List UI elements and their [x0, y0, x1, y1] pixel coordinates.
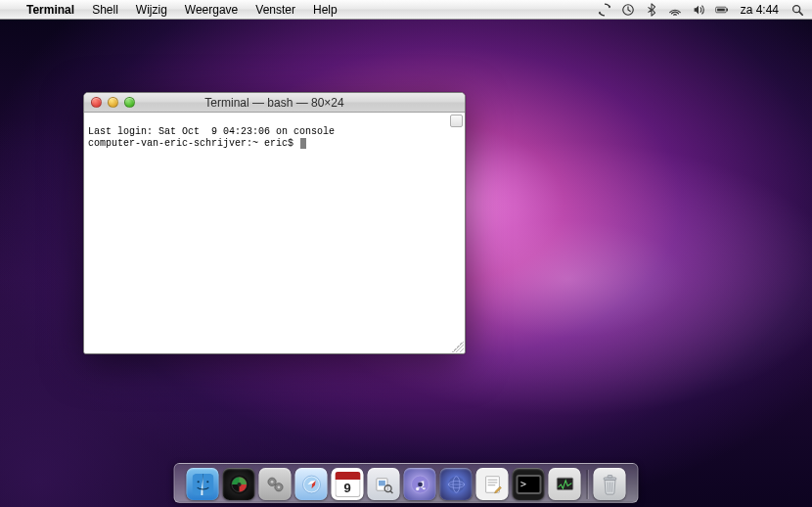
dock: 9 [174, 463, 639, 503]
volume-icon[interactable] [692, 3, 705, 17]
window-minimize-button[interactable] [108, 97, 118, 108]
svg-line-21 [389, 490, 392, 493]
dock-item-network-utility[interactable] [440, 468, 473, 500]
dock-item-textedit[interactable] [476, 468, 509, 500]
app-menu[interactable]: Terminal [18, 3, 83, 17]
airport-icon[interactable] [668, 3, 682, 17]
menubar-clock[interactable]: za 4:44 [739, 3, 781, 17]
dock-item-itunes[interactable] [404, 468, 436, 500]
svg-rect-35 [608, 475, 612, 477]
svg-point-17 [303, 477, 318, 491]
dock-item-safari[interactable] [295, 468, 328, 500]
window-resize-grip[interactable] [452, 341, 464, 352]
svg-rect-2 [717, 8, 725, 11]
dock-item-ical[interactable]: 9 [332, 468, 364, 500]
window-zoom-button[interactable] [124, 97, 135, 108]
menu-view[interactable]: Weergave [176, 3, 247, 17]
terminal-line-lastlogin: Last login: Sat Oct 9 04:23:06 on consol… [88, 126, 461, 138]
terminal-cursor [300, 138, 306, 149]
menubar: Terminal Shell Wijzig Weergave Venster H… [0, 0, 812, 20]
dock-item-trash[interactable] [594, 468, 626, 500]
spotlight-icon[interactable] [790, 3, 804, 17]
dock-item-finder[interactable] [187, 468, 219, 500]
battery-icon[interactable] [715, 3, 729, 17]
svg-point-11 [237, 482, 241, 485]
svg-rect-19 [379, 480, 385, 485]
window-titlebar[interactable]: Terminal — bash — 80×24 [84, 93, 465, 113]
dock-item-dashboard[interactable] [223, 468, 255, 500]
svg-point-8 [206, 481, 208, 483]
terminal-window[interactable]: Terminal — bash — 80×24 Last login: Sat … [83, 92, 466, 354]
sync-icon[interactable] [598, 3, 611, 17]
menu-shell[interactable]: Shell [83, 3, 127, 17]
scrollbar-up-button[interactable] [450, 115, 463, 127]
menu-window[interactable]: Venster [247, 3, 304, 17]
window-close-button[interactable] [91, 97, 102, 108]
bluetooth-icon[interactable] [645, 3, 658, 17]
svg-rect-3 [726, 8, 727, 11]
menu-help[interactable]: Help [304, 3, 346, 17]
window-title: Terminal — bash — 80×24 [204, 96, 343, 110]
svg-point-7 [197, 481, 199, 483]
dock-separator [587, 470, 588, 499]
svg-point-15 [277, 485, 280, 488]
menu-edit[interactable]: Wijzig [127, 3, 176, 17]
dock-item-system-preferences[interactable] [259, 468, 292, 500]
dock-item-activity-monitor[interactable] [549, 468, 581, 500]
dock-item-preview[interactable] [368, 468, 400, 500]
time-machine-icon[interactable] [621, 3, 635, 17]
svg-point-24 [418, 482, 423, 486]
svg-point-13 [270, 480, 273, 483]
svg-line-5 [799, 11, 802, 14]
dock-item-terminal[interactable] [513, 468, 545, 500]
ical-day-number: 9 [335, 480, 360, 497]
terminal-content[interactable]: Last login: Sat Oct 9 04:23:06 on consol… [84, 113, 465, 353]
terminal-prompt: computer-van-eric-schrijver:~ eric$ [88, 138, 299, 149]
